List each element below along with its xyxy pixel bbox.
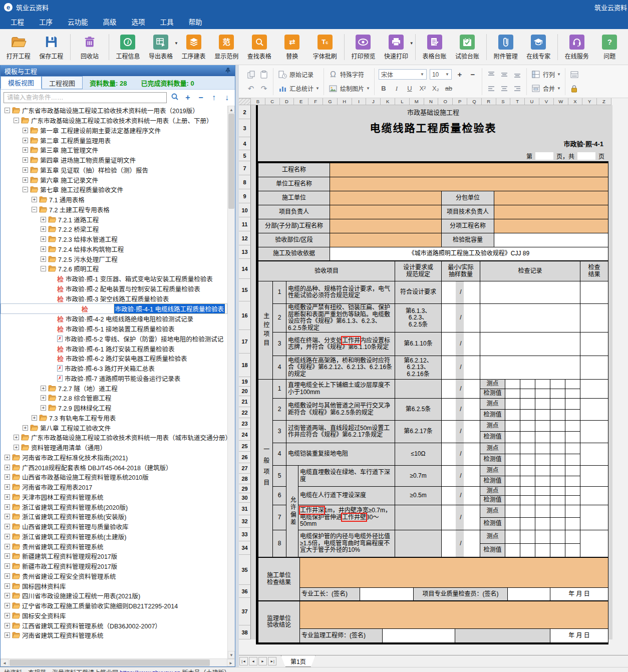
sampling-cell[interactable]: / [442, 487, 480, 505]
tree-item[interactable]: −广东市政基础设施工程竣工验收技术资料统一用表（上册、下册） [1, 116, 227, 126]
increase-font-icon[interactable]: + [455, 70, 465, 80]
dropdown-caret-icon[interactable]: ▼ [557, 72, 561, 77]
scrollbar-thumb[interactable] [228, 114, 234, 209]
column-header-D[interactable]: D [280, 98, 294, 105]
redo-icon[interactable]: ↷ [259, 84, 269, 94]
row-header-17[interactable]: 17 [239, 330, 251, 354]
tab-template-view[interactable]: 模板视图 [1, 76, 42, 89]
measure-point-cell[interactable] [505, 399, 520, 410]
expand-icon[interactable]: + [41, 405, 46, 411]
measure-value-cell[interactable] [565, 476, 580, 487]
last-sheet-icon[interactable]: ►| [268, 657, 276, 665]
column-header-W[interactable]: W [554, 98, 568, 105]
expand-icon[interactable]: + [23, 147, 28, 153]
sampling-cell[interactable]: / [442, 466, 480, 487]
tree-item[interactable]: +7.3 有轨电车工程专用表 [1, 413, 227, 423]
measure-value-cell[interactable] [565, 454, 580, 466]
expand-icon[interactable]: + [41, 386, 46, 391]
measure-point-cell[interactable] [505, 421, 520, 432]
tree-item[interactable]: ✗市政验·照-6-3 路灯开关箱汇总表 [1, 364, 227, 374]
toolbar-button-工程信息[interactable]: i工程信息 [112, 34, 145, 60]
tree-item[interactable]: +7.2.5 污水处理厂工程 [1, 254, 227, 264]
sampling-cell[interactable]: / [442, 304, 480, 332]
expand-icon[interactable]: + [5, 593, 10, 598]
dropdown-caret-icon[interactable]: ▼ [366, 86, 370, 91]
column-header-R[interactable]: R [482, 98, 496, 105]
measure-point-cell[interactable] [535, 466, 550, 476]
toolbar-button-回收站[interactable]: 回收站 [73, 34, 106, 60]
underline-button[interactable]: U [405, 85, 415, 92]
align-middle-icon[interactable] [499, 70, 509, 80]
row-header-26[interactable]: 26 [239, 452, 251, 463]
row-header-9[interactable]: 9 [239, 189, 251, 203]
measure-value-cell[interactable] [520, 544, 535, 557]
measure-value-cell[interactable] [535, 518, 550, 530]
tree-item[interactable]: +第六章 施工记录文件 [1, 175, 227, 185]
column-header-U[interactable]: U [525, 98, 539, 105]
toolbar-button-快速打印[interactable]: ▼快速打印 [380, 34, 413, 60]
column-header-H[interactable]: H [338, 98, 352, 105]
result-cell[interactable] [580, 443, 608, 466]
measure-value-cell[interactable] [550, 454, 565, 466]
expand-icon[interactable]: + [41, 246, 46, 252]
sampling-cell[interactable]: / [442, 443, 480, 466]
sampling-cell[interactable]: / [442, 332, 480, 356]
toolbar-button-工序建表[interactable]: 工序建表 [177, 34, 210, 60]
signature-field[interactable] [383, 629, 455, 643]
expand-icon[interactable]: + [5, 534, 10, 539]
measure-value-cell[interactable] [550, 410, 565, 421]
measure-point-cell[interactable] [565, 421, 580, 432]
column-header-L[interactable]: L [395, 98, 410, 105]
tree-item[interactable]: +国标安全资料库 [1, 611, 227, 621]
measure-value-cell[interactable] [550, 544, 565, 557]
measure-value-cell[interactable] [505, 410, 520, 421]
special-char-button[interactable]: Ω特殊字符 [328, 70, 364, 80]
measure-point-cell[interactable] [550, 443, 565, 454]
measure-value-cell[interactable] [520, 410, 535, 421]
align-center-icon[interactable] [499, 84, 509, 94]
tree-item[interactable]: 检市政验·照-6-2 路灯安装电器工程质量检验表 [1, 354, 227, 364]
measure-value-cell[interactable] [565, 432, 580, 443]
expand-icon[interactable]: + [5, 563, 10, 569]
info-value-field[interactable] [330, 191, 442, 205]
measure-value-cell[interactable] [520, 518, 535, 530]
row-header-19[interactable]: 19 [239, 377, 251, 387]
tree-item[interactable]: +7.2.8 综合管廊工程 [1, 393, 227, 403]
signature-field[interactable] [455, 629, 550, 643]
scroll-down-icon[interactable]: ▼ [228, 651, 235, 658]
signature-result-field[interactable] [300, 601, 608, 629]
measure-point-cell[interactable] [520, 443, 535, 454]
tree-item[interactable]: +河南省市政工程用表2017 [1, 482, 227, 492]
expand-icon[interactable]: + [5, 494, 10, 500]
result-cell[interactable] [580, 505, 608, 530]
sampling-cell[interactable]: / [442, 281, 480, 304]
paste-icon[interactable] [259, 70, 269, 80]
tree-item[interactable]: +浙江省建筑工程资料管理系统(2020版) [1, 502, 227, 512]
tab-project-view[interactable]: 工程视图 [42, 76, 83, 89]
result-cell[interactable] [580, 281, 608, 304]
measure-value-cell[interactable] [505, 476, 520, 487]
measure-value-cell[interactable] [505, 518, 520, 530]
result-cell[interactable] [580, 380, 608, 399]
expand-icon[interactable]: + [41, 217, 46, 222]
tree-item[interactable]: +第二章 工程质量监理用表 [1, 135, 227, 145]
measure-point-cell[interactable] [505, 380, 520, 389]
sampling-cell[interactable]: / [442, 421, 480, 443]
tree-item[interactable]: 检市政验·照-4-2 电缆线路绝缘电阻检验测试记录 [1, 314, 227, 324]
measure-point-cell[interactable] [535, 487, 550, 496]
expand-icon[interactable]: + [41, 236, 46, 242]
toolbar-button-在线服务[interactable]: 在线服务 [560, 34, 593, 60]
info-value-field[interactable] [330, 163, 608, 177]
expand-icon[interactable]: + [23, 167, 28, 173]
column-header-S[interactable]: S [496, 98, 511, 105]
column-header-X[interactable]: X [568, 98, 583, 105]
measure-value-cell[interactable] [505, 432, 520, 443]
page-total-field[interactable] [577, 152, 595, 160]
tree-item[interactable]: −第七章 施工过程质量验收文件 [1, 185, 227, 195]
tree-item[interactable]: −7.2.6 照明工程 [1, 264, 227, 274]
tree-item[interactable]: 检市政验·照-4-1 电缆线路工程质量检验表 [1, 303, 227, 314]
info-value-field[interactable] [330, 177, 608, 191]
measure-value-cell[interactable] [535, 410, 550, 421]
tree-item[interactable]: ✗市政验·照-7 道路照明节能设备运行记录表 [1, 374, 227, 384]
measure-value-cell[interactable] [565, 518, 580, 530]
